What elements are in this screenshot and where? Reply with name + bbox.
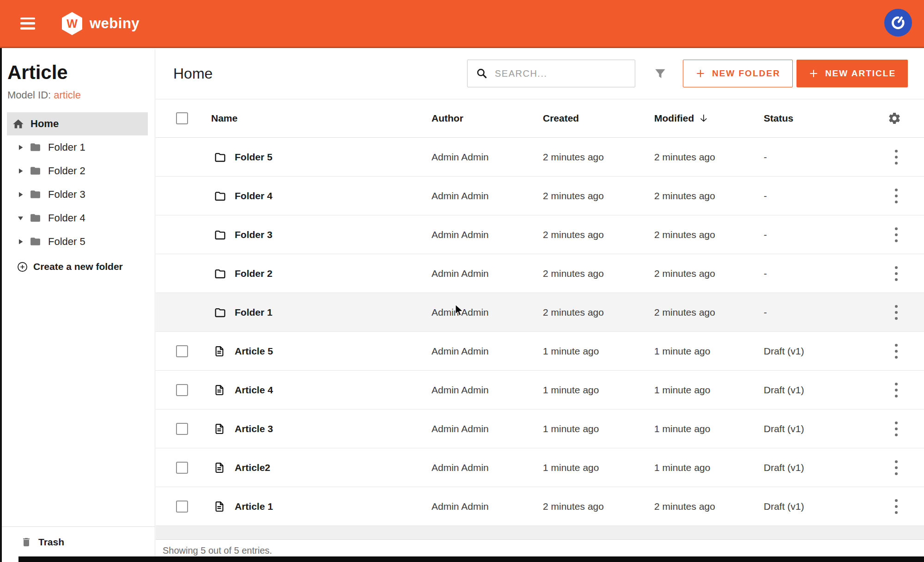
row-created: 2 minutes ago [543, 152, 604, 163]
sidebar-item-home[interactable]: Home [7, 112, 148, 135]
row-author: Admin Admin [432, 346, 489, 357]
trash-icon [21, 537, 32, 548]
table-settings-gear-icon[interactable] [888, 111, 901, 125]
model-id-value[interactable]: article [54, 89, 81, 101]
row-status: Draft (v1) [764, 346, 804, 357]
row-actions-kebab-icon[interactable] [891, 302, 901, 323]
folder-icon [214, 306, 226, 318]
table-row-folder[interactable]: Folder 5Admin Admin2 minutes ago2 minute… [156, 138, 924, 177]
caret-down-icon[interactable] [18, 215, 24, 221]
search-icon [476, 67, 488, 79]
search-input[interactable] [495, 68, 635, 79]
brand-name: webiny [90, 15, 140, 32]
row-name[interactable]: Article2 [235, 462, 270, 473]
row-modified: 2 minutes ago [654, 501, 715, 512]
window-left-edge [0, 48, 2, 562]
folder-label: Folder 1 [48, 141, 85, 153]
column-header-created[interactable]: Created [543, 113, 579, 124]
new-folder-button[interactable]: NEW FOLDER [683, 60, 793, 87]
row-name[interactable]: Folder 2 [235, 268, 273, 279]
horizontal-scrollbar[interactable] [156, 526, 924, 540]
select-all-checkbox[interactable] [176, 112, 188, 124]
document-icon [214, 345, 225, 357]
row-author: Admin Admin [432, 229, 489, 240]
column-header-modified[interactable]: Modified [654, 113, 709, 124]
row-name[interactable]: Folder 3 [235, 229, 273, 240]
row-actions-kebab-icon[interactable] [891, 380, 901, 400]
row-actions-kebab-icon[interactable] [891, 341, 901, 361]
row-actions-kebab-icon[interactable] [891, 147, 901, 167]
row-created: 2 minutes ago [543, 501, 604, 512]
sidebar-folder-item[interactable]: Folder 5 [0, 230, 155, 253]
caret-right-icon[interactable] [18, 168, 24, 174]
row-name[interactable]: Article 5 [235, 346, 273, 357]
folder-icon [30, 189, 41, 200]
trash-label: Trash [38, 537, 64, 548]
table-row-article[interactable]: Article 4Admin Admin1 minute ago1 minute… [156, 371, 924, 409]
row-status: - [764, 229, 767, 240]
sort-descending-icon [699, 113, 709, 123]
row-created: 2 minutes ago [543, 229, 604, 240]
row-checkbox[interactable] [176, 501, 188, 513]
create-folder-label: Create a new folder [33, 261, 123, 272]
column-header-status[interactable]: Status [764, 113, 793, 124]
row-modified: 1 minute ago [654, 423, 710, 434]
caret-right-icon[interactable] [18, 191, 24, 198]
row-actions-kebab-icon[interactable] [891, 263, 901, 284]
folder-icon [214, 228, 226, 241]
row-modified: 2 minutes ago [654, 268, 715, 279]
folder-icon [30, 141, 41, 153]
row-actions-kebab-icon[interactable] [891, 225, 901, 245]
column-header-author[interactable]: Author [432, 113, 463, 124]
folder-icon [214, 189, 226, 202]
row-status: - [764, 152, 767, 163]
table-row-article[interactable]: Article 1Admin Admin2 minutes ago2 minut… [156, 487, 924, 526]
row-actions-kebab-icon[interactable] [891, 458, 901, 478]
row-modified: 1 minute ago [654, 462, 710, 473]
column-header-name[interactable]: Name [211, 113, 237, 124]
row-name[interactable]: Article 3 [235, 423, 273, 434]
table-row-folder[interactable]: Folder 2Admin Admin2 minutes ago2 minute… [156, 254, 924, 293]
caret-right-icon[interactable] [18, 238, 24, 245]
row-checkbox[interactable] [176, 423, 188, 435]
row-status: Draft (v1) [764, 423, 804, 434]
row-modified: 1 minute ago [654, 385, 710, 396]
hamburger-menu-icon[interactable] [20, 18, 35, 30]
table-row-article[interactable]: Article 5Admin Admin1 minute ago1 minute… [156, 332, 924, 371]
table-row-folder[interactable]: Folder 4Admin Admin2 minutes ago2 minute… [156, 177, 924, 215]
row-created: 1 minute ago [543, 385, 599, 396]
create-new-folder-button[interactable]: Create a new folder [0, 261, 155, 272]
new-article-button[interactable]: NEW ARTICLE [796, 60, 908, 87]
row-checkbox[interactable] [176, 462, 188, 474]
row-name[interactable]: Folder 4 [235, 190, 273, 202]
sidebar-folder-item[interactable]: Folder 3 [0, 183, 155, 206]
row-checkbox[interactable] [176, 345, 188, 357]
user-avatar[interactable] [884, 9, 912, 37]
caret-right-icon[interactable] [18, 144, 24, 151]
row-checkbox[interactable] [176, 384, 188, 396]
table-row-article[interactable]: Article2Admin Admin1 minute ago1 minute … [156, 448, 924, 487]
row-name[interactable]: Folder 5 [235, 152, 273, 163]
svg-text:W: W [67, 17, 78, 30]
table-row-folder[interactable]: Folder 3Admin Admin2 minutes ago2 minute… [156, 215, 924, 254]
row-actions-kebab-icon[interactable] [891, 186, 901, 206]
row-modified: 2 minutes ago [654, 307, 715, 318]
table-row-article[interactable]: Article 3Admin Admin1 minute ago1 minute… [156, 409, 924, 448]
row-created: 1 minute ago [543, 423, 599, 434]
row-actions-kebab-icon[interactable] [891, 419, 901, 439]
sidebar-folder-item[interactable]: Folder 2 [0, 159, 155, 183]
table-row-folder[interactable]: Folder 1Admin Admin2 minutes ago2 minute… [156, 293, 924, 332]
page-title: Home [173, 65, 213, 82]
webiny-logo[interactable]: W webiny [62, 12, 140, 35]
filter-icon[interactable] [651, 61, 669, 86]
content-area: Home NEW FOLDER NEW ARTICLE Name Author … [156, 49, 924, 562]
row-name[interactable]: Article 4 [235, 385, 273, 396]
sidebar-folder-item[interactable]: Folder 4 [0, 206, 155, 230]
row-modified: 2 minutes ago [654, 229, 715, 240]
sidebar-folder-item[interactable]: Folder 1 [0, 135, 155, 159]
webiny-hexagon-icon: W [62, 12, 82, 35]
row-actions-kebab-icon[interactable] [891, 496, 901, 517]
row-name[interactable]: Article 1 [235, 501, 273, 512]
row-name[interactable]: Folder 1 [235, 307, 273, 318]
plus-icon [808, 68, 819, 79]
